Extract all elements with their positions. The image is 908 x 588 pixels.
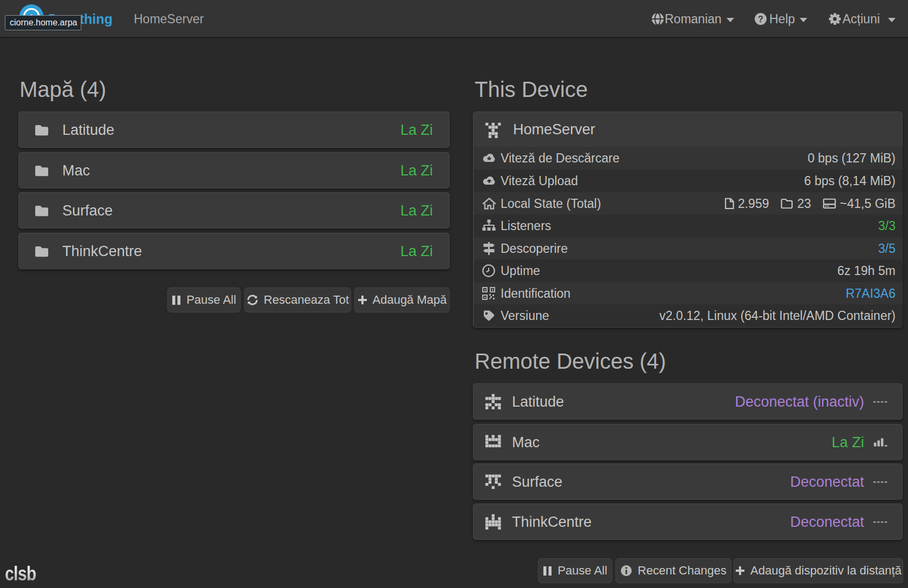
svg-text:?: ? bbox=[758, 15, 763, 24]
